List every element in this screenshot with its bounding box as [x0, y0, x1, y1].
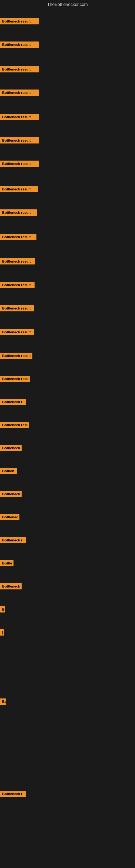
bottleneck-bar: Bottleneck result: [0, 305, 34, 311]
bottleneck-bar: Bottleneck result: [0, 161, 39, 167]
bottleneck-bar: Bottleneck result: [0, 186, 38, 192]
site-title: TheBottlenecker.com: [0, 0, 135, 8]
bottleneck-bar: Bottleneck result: [0, 234, 37, 240]
bottleneck-bar: Bottleneck result: [0, 41, 39, 48]
bottleneck-bar: |: [0, 629, 4, 636]
bottleneck-bar: Bottleneck result: [0, 114, 39, 120]
bottleneck-bar: Bottleneck result: [0, 352, 32, 359]
bottleneck-bar: Bottlenec: [0, 514, 19, 520]
bottleneck-bar: Bo: [0, 699, 6, 705]
bottleneck-bar: Bottleneck resu: [0, 422, 29, 428]
bottleneck-bar: Bottleneck result: [0, 329, 34, 335]
bottleneck-bar: Bottleneck: [0, 445, 21, 451]
bottleneck-bar: Bottlen: [0, 468, 17, 474]
bottleneck-bar: Bottleneck resul: [0, 376, 30, 382]
bottleneck-bar: Bottleneck: [0, 491, 21, 497]
bottleneck-bar: Bottleneck result: [0, 258, 35, 265]
bottleneck-bar: Bottleneck: [0, 583, 21, 589]
bottleneck-bar: Bottleneck r: [0, 399, 26, 405]
bottleneck-bar: Bottleneck result: [0, 18, 39, 24]
bottleneck-bar: Bottle: [0, 560, 13, 566]
bottleneck-bar: Bottleneck result: [0, 209, 37, 216]
bottleneck-bar: Bottleneck result: [0, 90, 39, 96]
bottleneck-bar: Bottleneck r: [0, 537, 26, 543]
bottleneck-bar: Bottleneck r: [0, 791, 26, 797]
bottleneck-bar: Bottleneck result: [0, 66, 39, 72]
bottleneck-bar: Bottleneck result: [0, 137, 39, 144]
bottleneck-bar: B: [0, 606, 5, 613]
bottleneck-bar: Bottleneck result: [0, 282, 35, 288]
